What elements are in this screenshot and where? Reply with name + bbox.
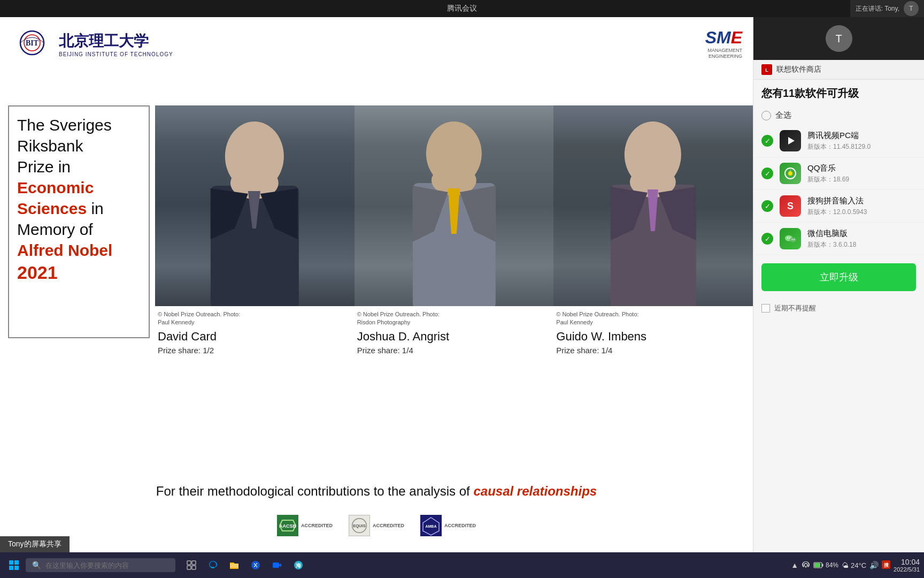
app-item-qq-music[interactable]: ✓ ♪ QQ音乐 新版本：18.69 (753, 157, 924, 190)
taskbar-search[interactable]: 🔍 (26, 558, 175, 572)
person-photo-david (155, 105, 355, 306)
app-version-sogou: 新版本：12.0.0.5943 (807, 208, 916, 217)
prize-year: 2021 (17, 262, 58, 283)
user-avatar[interactable]: T (904, 1, 919, 16)
edge-browser-icon[interactable] (203, 556, 222, 575)
svg-rect-59 (814, 563, 820, 567)
svg-point-40 (789, 237, 790, 238)
svg-text:搜: 搜 (883, 562, 889, 568)
app-info-qq: QQ音乐 新版本：18.69 (807, 163, 916, 184)
app-item-wechat[interactable]: ✓ 微信电脑版 新版本：3.6.0.18 (753, 223, 924, 255)
svg-rect-43 (9, 560, 13, 565)
university-chinese-name: 北京理工大学 (59, 31, 173, 51)
accred-aacsb: AACSB ACCREDITED (277, 515, 333, 536)
app-version-qq: 新版本：18.69 (807, 175, 916, 184)
app-check-tencent: ✓ (761, 135, 773, 147)
windows-start-icon[interactable] (4, 556, 24, 575)
aacsb-text: ACCREDITED (301, 523, 333, 528)
prize-line2: Riksbank (17, 137, 83, 155)
search-icon-taskbar: 🔍 (32, 561, 41, 569)
app-name-sogou: 搜狗拼音输入法 (807, 196, 916, 206)
app-item-tencent-video[interactable]: ✓ 腾讯视频PC端 新版本：11.45.8129.0 (753, 125, 924, 157)
app-item-sogou[interactable]: ✓ S 搜狗拼音输入法 新版本：12.0.0.5943 (753, 190, 924, 223)
svg-rect-50 (192, 566, 196, 569)
svg-point-41 (791, 239, 792, 240)
app-check-qq: ✓ (761, 168, 773, 179)
aacsb-icon: AACSB (277, 515, 298, 536)
amba-icon: AMBA (420, 515, 442, 536)
select-all-row[interactable]: 全选 (753, 106, 924, 125)
svg-rect-44 (14, 560, 19, 565)
app-version-tencent: 新版本：11.45.8129.0 (807, 142, 916, 151)
photo-credit-guido: © Nobel Prize Outreach. Photo:Paul Kenne… (556, 310, 750, 327)
app-info-wechat: 微信电脑版 新版本：3.6.0.18 (807, 229, 916, 249)
equis-icon: EQUIS (349, 515, 370, 536)
user-avatar-sidebar: T (826, 25, 852, 52)
university-logo: BIT 北京理工大学 BEIJING INSTITUTE OF TECHNOLO… (11, 28, 173, 60)
person-info-david: © Nobel Prize Outreach. Photo:Paul Kenne… (155, 306, 355, 359)
svg-point-38 (790, 238, 796, 242)
person-info-guido: © Nobel Prize Outreach. Photo:Paul Kenne… (553, 306, 753, 359)
taskbar-right: ▲ 84% 🌤 24°C 🔊 搜 (791, 558, 920, 573)
presentation-area: BIT 北京理工大学 BEIJING INSTITUTE OF TECHNOLO… (0, 17, 753, 552)
prize-text: The Sveriges Riksbank Prize in Economic … (17, 115, 141, 284)
battery-percent: 84% (826, 561, 838, 569)
no-remind-row[interactable]: 近期不再提醒 (753, 299, 924, 321)
bottom-caption: For their methodological contributions t… (0, 484, 753, 499)
weather-icon: 🌤 (842, 561, 849, 569)
taskbar-time[interactable]: 10:04 2022/5/31 (894, 558, 920, 573)
svg-rect-49 (187, 566, 191, 569)
taskbar-search-input[interactable] (45, 561, 163, 569)
prize-line3: Prize in (17, 158, 71, 176)
select-all-checkbox[interactable] (761, 111, 771, 120)
person-cards: © Nobel Prize Outreach. Photo:Paul Kenne… (155, 105, 753, 359)
no-remind-checkbox[interactable] (761, 304, 770, 313)
svg-rect-58 (822, 564, 823, 567)
sme-logo-text: SME (705, 28, 742, 47)
prize-line8: Alfred Nobel (17, 241, 112, 259)
tencent-video-icon (780, 130, 801, 151)
prize-line7: Memory of (17, 220, 93, 238)
app-name-tencent: 腾讯视频PC端 (807, 131, 916, 141)
person-name-guido: Guido W. Imbens (556, 330, 750, 344)
date-display: 2022/5/31 (894, 566, 920, 573)
prize-line1: The Sveriges (17, 116, 112, 134)
app-list: ✓ 腾讯视频PC端 新版本：11.45.8129.0 ✓ (753, 125, 924, 255)
prize-box: The Sveriges Riksbank Prize in Economic … (8, 105, 150, 338)
svg-text:EQUIS: EQUIS (353, 523, 366, 528)
other-app-icon[interactable]: 海 (289, 556, 308, 575)
show-hidden-icons[interactable]: ▲ (791, 561, 798, 569)
temperature: 24°C (851, 561, 866, 569)
screen-share-text: Tony的屏幕共享 (8, 539, 61, 548)
svg-point-42 (794, 239, 795, 240)
svg-rect-45 (9, 566, 13, 570)
svg-marker-32 (788, 137, 795, 144)
right-sidebar[interactable]: T L 联想软件商店 您有11款软件可升级 全选 ✓ (753, 17, 924, 552)
network-icon[interactable] (802, 560, 810, 571)
svg-rect-46 (14, 566, 19, 570)
lenovo-store-header[interactable]: L 联想软件商店 (753, 60, 924, 80)
svg-point-39 (787, 237, 788, 238)
amba-text: ACCREDITED (444, 523, 476, 528)
prize-line5: Sciences (17, 200, 87, 217)
prize-share-guido: Prize share: 1/4 (556, 346, 750, 355)
time-display: 10:04 (894, 558, 920, 566)
qq-music-icon: ♪ (780, 163, 801, 184)
equis-text: ACCREDITED (373, 523, 404, 528)
task-view-icon[interactable] (182, 556, 201, 575)
accred-amba: AMBA ACCREDITED (420, 515, 476, 536)
person-name-david: David Card (158, 330, 352, 344)
volume-icon[interactable]: 🔊 (869, 561, 879, 569)
file-manager-icon[interactable] (225, 556, 244, 575)
bit-logo-text: 北京理工大学 BEIJING INSTITUTE OF TECHNOLOGY (59, 31, 173, 57)
svg-rect-48 (192, 561, 196, 565)
app-check-sogou: ✓ (761, 200, 773, 212)
input-method-icon[interactable]: 搜 (882, 560, 890, 571)
top-bar: 腾讯会议 正在讲话: Tony, T (0, 0, 924, 17)
upgrade-button[interactable]: 立即升级 (761, 263, 916, 291)
svg-rect-47 (187, 561, 191, 565)
weather-info: 🌤 24°C (842, 561, 866, 569)
feishu-icon[interactable] (246, 556, 265, 575)
tencent-meeting-taskbar-icon[interactable] (267, 556, 287, 575)
university-english-name: BEIJING INSTITUTE OF TECHNOLOGY (59, 51, 173, 57)
